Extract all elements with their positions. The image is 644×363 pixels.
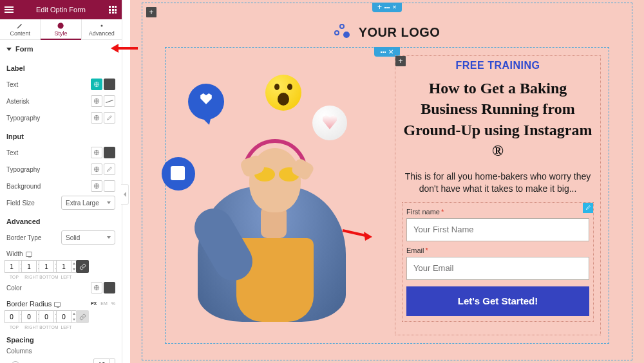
prop-label: Columns [6,348,115,355]
globe-icon [93,149,100,156]
plus-icon: + [377,3,382,11]
person-illustration [185,109,359,328]
prop-label: Text [6,81,90,88]
link-icon [79,263,86,270]
radius-inputs: TOP RIGHT BOTTOM LEFT [6,310,115,330]
globe-icon [93,284,100,291]
kicker-text[interactable]: FREE TRAINING [402,60,594,71]
submit-button[interactable]: Let's Get Started! [406,286,589,316]
first-name-input[interactable] [406,218,589,241]
globe-chip[interactable] [91,180,102,192]
tab-style[interactable]: Style [41,19,81,39]
caption: RIGHT [24,275,39,279]
device-icon[interactable] [54,302,61,307]
email-input[interactable] [406,257,589,280]
prop-label: Color [6,284,90,292]
panel-tabs: Content Style Advanced [0,19,122,40]
radius-top[interactable] [4,310,19,323]
columns-value[interactable] [93,358,110,363]
caption: RIGHT [24,325,39,330]
color-swatch[interactable] [104,282,115,293]
drag-icon [384,7,390,8]
width-right[interactable] [21,260,37,273]
edit-widget-button[interactable] [583,203,593,213]
globe-chip[interactable] [91,112,102,124]
device-icon[interactable] [26,252,32,257]
prop-input-typography: Typography [6,161,115,178]
field-size-select[interactable]: Extra Large [61,196,115,210]
caption: BOTTOM [39,325,59,330]
menu-button[interactable] [0,0,18,19]
logo[interactable]: YOUR LOGO [142,24,632,41]
caption: TOP [10,325,19,330]
link-values-button[interactable] [76,260,89,273]
prop-input-text: Text [6,144,115,161]
editor-canvas[interactable]: ++ + YOUR LOGO ✕ [130,0,644,363]
width-top[interactable] [4,260,19,273]
prop-background: Background [6,178,115,194]
color-swatch[interactable] [104,79,115,90]
edit-chip[interactable] [104,112,115,124]
caption: BOTTOM [39,275,59,279]
radius-left[interactable] [56,310,71,323]
width-left[interactable] [56,260,71,273]
tab-content[interactable]: Content [0,19,41,39]
logo-icon [334,24,354,41]
link-values-button[interactable] [76,310,89,323]
inner-section[interactable]: ✕ [165,47,609,344]
width-bottom[interactable] [39,260,54,273]
optin-form-widget[interactable]: First name* Email* Let's Get Started! [402,202,594,322]
panel-title: Edit Optin Form [18,6,104,14]
globe-chip[interactable] [91,95,102,107]
headline-text[interactable]: How to Get a Baking Business Running fro… [402,78,594,162]
email-label: Email* [406,247,589,254]
prop-label: Typography [6,115,90,122]
pencil-icon [16,22,24,30]
radius-bottom[interactable] [39,310,54,323]
unit-pct[interactable]: % [111,301,115,306]
subhead-text[interactable]: This is for all you home-bakers who worr… [402,171,594,196]
pencil-icon [106,115,113,121]
link-icon [79,313,86,321]
section-outer[interactable]: ++ + YOUR LOGO ✕ [142,3,632,360]
hamburger-icon [5,6,14,13]
add-widget-button[interactable]: + [146,7,156,17]
editor-panel: Edit Optin Form Content Style Advanced F… [0,0,122,363]
width-inputs: TOP RIGHT BOTTOM LEFT [6,260,115,279]
unit-em[interactable]: EM [100,301,108,306]
globe-chip[interactable] [91,147,102,158]
edit-chip[interactable] [104,163,115,175]
prop-label: Text [6,149,90,156]
tab-label: Style [54,30,67,37]
prop-border-color: Color [6,279,115,296]
accordion-form[interactable]: Form [6,40,115,58]
empty-swatch[interactable] [104,180,115,192]
prop-field-size: Field Size Extra Large [6,194,115,211]
panel-collapse-button[interactable] [121,184,129,205]
no-color-swatch[interactable] [104,95,115,107]
columns-slider-row [6,358,115,363]
unit-px[interactable]: PX [91,301,97,306]
column-left[interactable] [166,48,387,343]
accordion-label: Form [15,45,33,53]
globe-chip[interactable] [91,163,102,175]
stepper[interactable] [110,358,115,363]
svg-point-1 [100,25,102,27]
unit-switcher[interactable]: PXEM% [91,301,115,306]
globe-chip[interactable] [91,282,102,293]
section-advanced: Advanced [6,218,115,225]
column-right[interactable]: + FREE TRAINING How to Get a Baking Busi… [387,48,609,343]
prop-label: Width [6,250,32,257]
border-type-select[interactable]: Solid [61,230,115,245]
color-swatch[interactable] [104,147,115,158]
tab-advanced[interactable]: Advanced [82,19,122,39]
section-handle[interactable]: ++ [372,3,402,12]
radius-right[interactable] [21,310,37,323]
caption: TOP [10,275,19,279]
globe-chip[interactable] [91,79,102,90]
prop-text-color: Text [6,76,115,93]
add-widget-button[interactable]: + [395,56,406,66]
apps-button[interactable] [104,0,122,19]
section-input: Input [6,133,115,140]
content-column[interactable]: + FREE TRAINING How to Get a Baking Busi… [395,55,601,335]
